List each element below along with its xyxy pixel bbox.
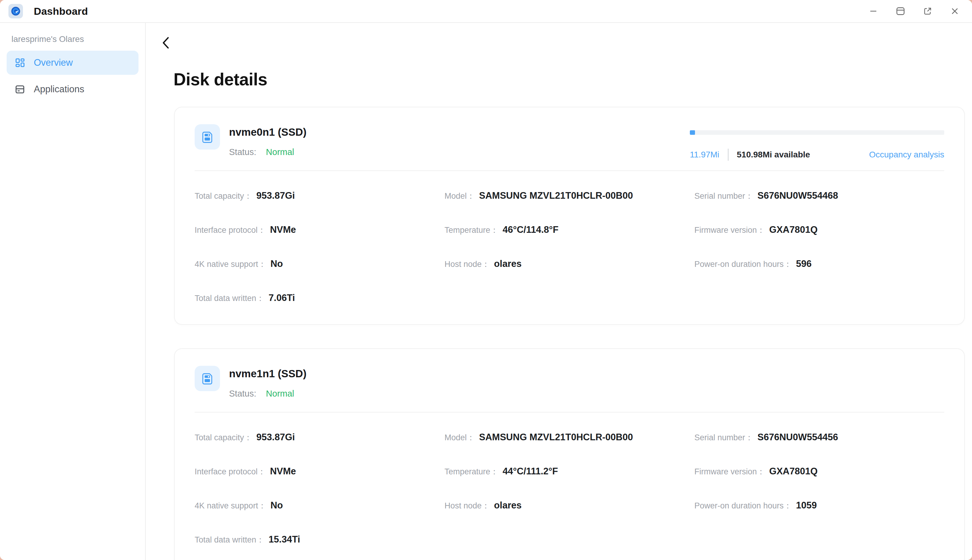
usage-used-value: 11.97Mi: [690, 150, 720, 160]
detail-interface-protocol: Interface protocol： NVMe: [195, 466, 444, 477]
open-in-new-button[interactable]: [922, 6, 933, 16]
detail-temperature: Temperature： 44°C/111.2°F: [444, 466, 695, 477]
main-content: Disk details: [146, 23, 972, 560]
chevron-left-icon: [161, 36, 171, 51]
maximize-button[interactable]: [895, 6, 905, 16]
app-window: Dashboard: [0, 0, 972, 560]
titlebar: Dashboard: [0, 0, 972, 23]
disk-name: nvme1n1 (SSD): [229, 368, 307, 380]
detail-firmware-version: Firmware version： GXA7801Q: [695, 224, 944, 235]
dashboard-grid-icon: [15, 57, 25, 68]
status-label: Status:: [229, 147, 256, 157]
detail-interface-protocol: Interface protocol： NVMe: [195, 224, 444, 235]
app-logo-gauge-icon: [8, 4, 23, 18]
ssd-disk-icon: [195, 366, 220, 391]
disk-card-nvme0n1: nvme0n1 (SSD) Status: Normal 11.9: [174, 107, 965, 325]
detail-firmware-version: Firmware version： GXA7801Q: [695, 466, 944, 477]
sidebar-item-label: Applications: [34, 84, 84, 95]
detail-power-on-hours: Power-on duration hours： 596: [695, 258, 944, 270]
disk-card-nvme1n1: nvme1n1 (SSD) Status: Normal Total capac…: [174, 348, 965, 560]
applications-icon: [15, 84, 25, 95]
status-badge: Normal: [266, 147, 294, 157]
detail-host-node: Host node： olares: [444, 500, 695, 511]
detail-serial-number: Serial number： S676NU0W554468: [695, 190, 944, 202]
detail-model: Model： SAMSUNG MZVL21T0HCLR-00B00: [444, 190, 695, 202]
workspace-label: laresprime's Olares: [12, 34, 134, 44]
detail-power-on-hours: Power-on duration hours： 1059: [695, 500, 944, 511]
disk-name: nvme0n1 (SSD): [229, 126, 307, 138]
disk-details-grid: Total capacity： 953.87Gi Model： SAMSUNG …: [195, 432, 944, 545]
usage-available-value: 510.98Mi available: [737, 150, 810, 160]
detail-4k-native-support: 4K native support： No: [195, 258, 444, 270]
minimize-button[interactable]: [868, 6, 878, 16]
window-controls: [868, 6, 960, 16]
disk-card-header: nvme1n1 (SSD) Status: Normal: [195, 366, 944, 413]
detail-total-data-written: Total data written： 7.06Ti: [195, 293, 444, 304]
close-button[interactable]: [950, 6, 960, 16]
sidebar-item-overview[interactable]: Overview: [7, 51, 139, 75]
page-title: Disk details: [174, 69, 972, 89]
occupancy-analysis-link[interactable]: Occupancy analysis: [869, 150, 944, 160]
disk-usage: 11.97Mi 510.98Mi available Occupancy ana…: [690, 130, 944, 161]
ssd-disk-icon: [195, 124, 220, 150]
disk-details-grid: Total capacity： 953.87Gi Model： SAMSUNG …: [195, 190, 944, 304]
disk-cards: nvme0n1 (SSD) Status: Normal 11.9: [174, 107, 965, 560]
usage-divider: [728, 149, 728, 161]
sidebar-item-applications[interactable]: Applications: [7, 77, 139, 101]
back-button[interactable]: [161, 36, 175, 51]
disk-card-header: nvme0n1 (SSD) Status: Normal 11.9: [195, 124, 944, 171]
status-badge: Normal: [266, 389, 294, 398]
window-title: Dashboard: [34, 5, 88, 17]
sidebar-item-label: Overview: [34, 57, 73, 68]
detail-total-capacity: Total capacity： 953.87Gi: [195, 432, 444, 443]
detail-model: Model： SAMSUNG MZVL21T0HCLR-00B00: [444, 432, 695, 443]
sidebar: laresprime's Olares Overview: [0, 23, 146, 560]
detail-total-capacity: Total capacity： 953.87Gi: [195, 190, 444, 202]
detail-host-node: Host node： olares: [444, 258, 695, 270]
detail-4k-native-support: 4K native support： No: [195, 500, 444, 511]
status-label: Status:: [229, 389, 256, 398]
detail-temperature: Temperature： 46°C/114.8°F: [444, 224, 695, 235]
detail-serial-number: Serial number： S676NU0W554456: [695, 432, 944, 443]
detail-total-data-written: Total data written： 15.34Ti: [195, 534, 444, 545]
usage-progress-bar: [690, 130, 944, 135]
usage-progress-fill: [690, 130, 695, 135]
